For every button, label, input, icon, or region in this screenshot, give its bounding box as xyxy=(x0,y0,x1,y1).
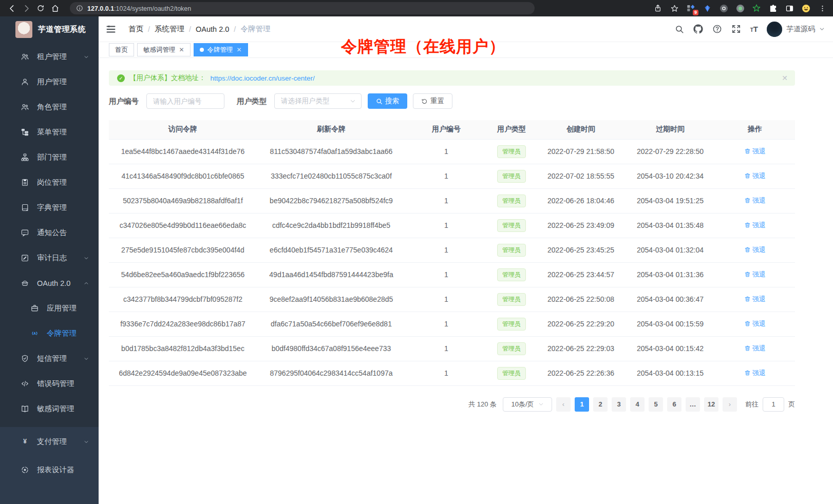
force-logout-button[interactable]: 强退 xyxy=(744,171,766,181)
page-button-3[interactable]: 3 xyxy=(612,397,626,412)
sidebar-item-令牌管理[interactable]: A令牌管理 xyxy=(0,321,99,346)
tab-令牌管理[interactable]: 令牌管理✕ xyxy=(194,43,248,56)
access-token-cell: b0d1785bc3a8482f812db4a3f3bd15ec xyxy=(109,336,257,361)
browser-reload-button[interactable] xyxy=(34,2,47,15)
sidebar-item-应用管理[interactable]: 应用管理 xyxy=(0,296,99,321)
app-title: 芋道管理系统 xyxy=(38,25,86,34)
force-logout-button[interactable]: 强退 xyxy=(744,369,766,378)
page-button-5[interactable]: 5 xyxy=(649,397,663,412)
sidebar-item-审计日志[interactable]: 审计日志 xyxy=(0,245,99,270)
force-logout-button[interactable]: 强退 xyxy=(744,344,766,353)
access-token-cell: 54d6be82ee5a460a9aedc1f9bf223656 xyxy=(109,262,257,287)
sidebar-item-菜单管理[interactable]: 菜单管理 xyxy=(0,120,99,145)
search-button[interactable]: 搜索 xyxy=(368,93,407,109)
book-icon xyxy=(20,404,29,414)
tab-close-icon[interactable]: ✕ xyxy=(237,46,242,53)
page-size-select[interactable]: 10条/页 xyxy=(503,397,552,412)
sidebar-item-通知公告[interactable]: 通知公告 xyxy=(0,220,99,245)
user-id-cell: 1 xyxy=(406,262,487,287)
sidebar-item-岗位管理[interactable]: 岗位管理 xyxy=(0,170,99,195)
sidebar-item-敏感词管理[interactable]: 敏感词管理 xyxy=(0,396,99,421)
user-id-cell: 1 xyxy=(406,336,487,361)
force-logout-button[interactable]: 强退 xyxy=(744,245,766,255)
sidebar-item-OAuth 2.0[interactable]: OAuth 2.0 xyxy=(0,270,99,296)
table-row: b0d1785bc3a8482f812db4a3f3bd15ecb0df4980… xyxy=(109,336,795,361)
next-page-button[interactable]: › xyxy=(723,397,737,412)
edit-icon xyxy=(20,254,29,263)
breadcrumb-separator: / xyxy=(189,25,191,33)
browser-home-button[interactable] xyxy=(48,2,62,15)
sidebar-item-错误码管理[interactable]: 错误码管理 xyxy=(0,371,99,396)
breadcrumb-separator: / xyxy=(148,25,150,33)
page-button-6[interactable]: 6 xyxy=(667,397,681,412)
sidebar-item-支付管理[interactable]: ¥支付管理 xyxy=(0,429,99,454)
record-extension-icon[interactable] xyxy=(734,3,746,14)
kebab-menu-icon[interactable] xyxy=(817,3,828,14)
fullscreen-icon[interactable] xyxy=(731,24,742,34)
help-icon[interactable] xyxy=(712,24,723,34)
page-button-2[interactable]: 2 xyxy=(593,397,608,412)
tab-敏感词管理[interactable]: 敏感词管理✕ xyxy=(137,43,191,56)
tab-首页[interactable]: 首页 xyxy=(109,43,134,56)
bookmark-star-icon[interactable] xyxy=(669,3,680,14)
font-size-icon[interactable]: TT xyxy=(750,25,758,33)
force-logout-button[interactable]: 强退 xyxy=(744,270,766,279)
breadcrumb-item[interactable]: 系统管理 xyxy=(155,24,184,34)
force-logout-button[interactable]: 强退 xyxy=(744,295,766,304)
sidebar-item-短信管理[interactable]: 短信管理 xyxy=(0,346,99,371)
sidebar-item-租户管理[interactable]: 租户管理 xyxy=(0,44,99,69)
sidebar-item-部门管理[interactable]: 部门管理 xyxy=(0,145,99,170)
collapse-sidebar-icon[interactable] xyxy=(106,24,117,35)
share-icon[interactable] xyxy=(652,3,664,14)
breadcrumb-item[interactable]: 首页 xyxy=(128,24,143,34)
command-extension-icon[interactable] xyxy=(718,3,729,14)
tab-close-icon[interactable]: ✕ xyxy=(179,46,184,53)
force-logout-button[interactable]: 强退 xyxy=(744,196,766,205)
address-bar[interactable]: 127.0.0.1:1024/system/oauth2/token xyxy=(70,2,535,14)
page-ellipsis[interactable]: … xyxy=(686,397,700,412)
browser-back-button[interactable] xyxy=(5,2,18,15)
page-button-1[interactable]: 1 xyxy=(575,397,589,412)
user-menu[interactable]: 芋道源码 xyxy=(767,22,825,37)
star-extension-icon[interactable] xyxy=(751,3,762,14)
user-icon xyxy=(20,77,29,87)
force-logout-button[interactable]: 强退 xyxy=(744,147,766,156)
gem-extension-icon[interactable] xyxy=(702,3,713,14)
alert-close-icon[interactable]: ✕ xyxy=(782,74,788,82)
chevron-down-icon xyxy=(83,255,89,261)
pinned-extension-icon[interactable]: 9 xyxy=(685,3,696,14)
site-info-icon[interactable] xyxy=(76,5,83,12)
user-type-select[interactable]: 请选择用户类型 xyxy=(274,93,362,109)
avatar xyxy=(767,22,782,37)
sidebar-item-角色管理[interactable]: 角色管理 xyxy=(0,94,99,120)
goto-page-input[interactable] xyxy=(763,397,784,412)
active-tab-dot xyxy=(200,48,204,52)
force-logout-button[interactable]: 强退 xyxy=(744,221,766,230)
sidebar-item-字典管理[interactable]: 字典管理 xyxy=(0,195,99,220)
doc-link[interactable]: https://doc.iocoder.cn/user-center/ xyxy=(211,74,315,82)
force-logout-button[interactable]: 强退 xyxy=(744,319,766,328)
trash-icon xyxy=(744,296,751,302)
search-icon[interactable] xyxy=(674,24,685,34)
user-id-label: 用户编号 xyxy=(109,96,139,106)
prev-page-button[interactable]: ‹ xyxy=(556,397,571,412)
sidebar-item-报表设计器[interactable]: 报表设计器 xyxy=(0,457,99,482)
users-icon xyxy=(20,52,29,62)
emoji-extension-icon[interactable] xyxy=(800,3,811,14)
breadcrumb: 首页/系统管理/OAuth 2.0/令牌管理 xyxy=(128,24,270,34)
page-button-4[interactable]: 4 xyxy=(630,397,645,412)
user-id-input[interactable] xyxy=(146,93,224,109)
reset-button[interactable]: 重置 xyxy=(413,93,452,109)
user-type-badge: 管理员 xyxy=(497,318,526,331)
badge-icon xyxy=(20,178,29,187)
puzzle-icon[interactable] xyxy=(767,3,779,14)
github-icon[interactable] xyxy=(693,24,704,34)
refresh-token-cell: 49d1aa46d1454fbd87591444423be9fa xyxy=(257,262,406,287)
browser-forward-button[interactable] xyxy=(20,2,33,15)
page-button-12[interactable]: 12 xyxy=(704,397,718,412)
split-square-icon[interactable] xyxy=(784,3,795,14)
url-host: 127.0.0.1 xyxy=(87,5,114,12)
sidebar-item-用户管理[interactable]: 用户管理 xyxy=(0,69,99,94)
breadcrumb-item[interactable]: OAuth 2.0 xyxy=(196,25,229,33)
app-logo[interactable]: 芋道管理系统 xyxy=(0,16,99,42)
